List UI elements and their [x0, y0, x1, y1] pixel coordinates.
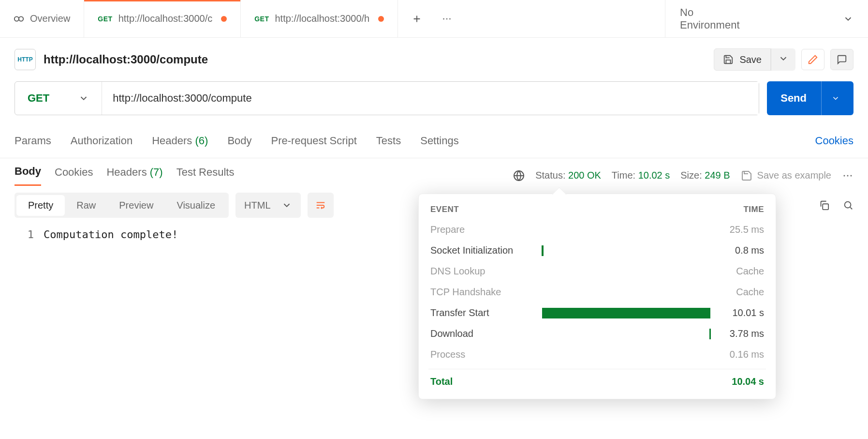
- url-input[interactable]: [102, 82, 759, 115]
- timing-bar-cell: [542, 349, 711, 360]
- save-icon: [741, 170, 752, 182]
- tab-overview[interactable]: Overview: [0, 0, 84, 37]
- svg-point-0: [15, 16, 19, 21]
- http-badge-icon: HTTP: [15, 49, 36, 70]
- response-tab-headers[interactable]: Headers (7): [106, 166, 162, 185]
- binoculars-icon: [14, 14, 24, 24]
- timing-event-name: Process: [430, 349, 542, 360]
- environment-selector[interactable]: No Environment: [665, 0, 868, 37]
- tab-prerequest[interactable]: Pre-request Script: [271, 135, 357, 147]
- comment-icon: [837, 54, 847, 65]
- copy-icon[interactable]: [819, 200, 829, 211]
- timing-event-value: 3.78 ms: [711, 328, 764, 339]
- size-label: Size:: [680, 170, 702, 181]
- tab-request-2[interactable]: GET http://localhost:3000/h: [241, 0, 398, 37]
- timing-total-value: 10.04 s: [732, 376, 764, 387]
- timing-bar: [542, 245, 544, 256]
- timing-event-name: TCP Handshake: [430, 287, 542, 298]
- svg-point-7: [847, 175, 849, 176]
- view-raw[interactable]: Raw: [65, 195, 107, 216]
- wrap-toggle[interactable]: [308, 193, 334, 218]
- timing-event-value: 25.5 ms: [711, 224, 764, 235]
- comments-button[interactable]: [830, 49, 853, 70]
- new-tab-icon[interactable]: [412, 14, 422, 24]
- globe-icon[interactable]: [513, 170, 525, 182]
- response-tab-cookies[interactable]: Cookies: [55, 166, 93, 185]
- svg-point-6: [844, 175, 845, 176]
- status-value: 200 OK: [568, 170, 601, 181]
- search-icon[interactable]: [843, 200, 853, 211]
- time-label: Time:: [612, 170, 635, 181]
- url-bar: GET: [15, 81, 759, 115]
- timing-row: Transfer Start10.01 s: [428, 303, 766, 323]
- timing-row: Process0.16 ms: [428, 344, 766, 365]
- tab-headers-count: (6): [195, 135, 208, 147]
- environment-label: No Environment: [680, 6, 756, 31]
- send-label: Send: [780, 92, 807, 105]
- timing-col-event: EVENT: [430, 205, 459, 214]
- timing-event-value: Cache: [711, 287, 764, 298]
- tab-settings[interactable]: Settings: [420, 135, 459, 147]
- method-value: GET: [28, 92, 49, 105]
- request-tabs: Params Authorization Headers (6) Body Pr…: [0, 124, 868, 158]
- tab-request-1[interactable]: GET http://localhost:3000/c: [84, 0, 241, 37]
- time-value: 10.02 s: [638, 170, 670, 181]
- timing-event-value: 0.8 ms: [711, 245, 764, 256]
- svg-point-1: [19, 16, 23, 21]
- format-value: HTML: [244, 200, 270, 211]
- request-title: http://localhost:3000/compute: [44, 53, 208, 66]
- timing-bar-cell: [542, 329, 711, 339]
- tab-method-1: GET: [98, 15, 112, 23]
- unsaved-dot-icon: [221, 16, 227, 22]
- timing-bar-cell: [542, 266, 711, 277]
- size-display[interactable]: Size: 249 B: [680, 170, 730, 181]
- tab-headers[interactable]: Headers (6): [152, 135, 208, 147]
- timing-bar: [542, 308, 710, 318]
- more-icon[interactable]: [842, 170, 853, 182]
- line-text: Computation complete!: [44, 228, 178, 241]
- tab-bar: Overview GET http://localhost:3000/c GET…: [0, 0, 868, 38]
- method-selector[interactable]: GET: [15, 82, 102, 115]
- save-button[interactable]: Save: [714, 48, 771, 71]
- tab-label-1: http://localhost:3000/c: [118, 13, 213, 24]
- response-tab-testresults[interactable]: Test Results: [177, 166, 235, 185]
- send-button[interactable]: Send: [767, 81, 853, 115]
- timing-event-name: Download: [430, 328, 542, 339]
- tab-tests[interactable]: Tests: [376, 135, 401, 147]
- timing-event-name: Socket Initialization: [430, 245, 542, 256]
- time-display[interactable]: Time: 10.02 s: [612, 170, 670, 181]
- tab-headers-label: Headers: [152, 135, 192, 147]
- timing-row: TCP HandshakeCache: [428, 282, 766, 303]
- timing-bar-cell: [542, 287, 711, 298]
- view-preview[interactable]: Preview: [107, 195, 165, 216]
- send-options[interactable]: [821, 81, 840, 115]
- timing-event-name: Prepare: [430, 224, 542, 235]
- response-header: Body Cookies Headers (7) Test Results St…: [0, 158, 868, 186]
- view-pretty[interactable]: Pretty: [16, 195, 65, 216]
- tab-label-2: http://localhost:3000/h: [275, 13, 370, 24]
- save-icon: [723, 54, 734, 65]
- format-selector[interactable]: HTML: [235, 193, 300, 218]
- tab-body[interactable]: Body: [227, 135, 251, 147]
- edit-button[interactable]: [801, 49, 824, 70]
- tab-authorization[interactable]: Authorization: [71, 135, 132, 147]
- more-tabs-icon[interactable]: [441, 14, 452, 24]
- tab-overview-label: Overview: [30, 13, 70, 24]
- svg-point-4: [449, 18, 451, 19]
- save-example-button[interactable]: Save as example: [741, 170, 831, 182]
- timing-bar: [709, 329, 711, 339]
- view-visualize[interactable]: Visualize: [165, 195, 227, 216]
- timing-row: Download3.78 ms: [428, 323, 766, 344]
- response-tab-body[interactable]: Body: [15, 165, 41, 186]
- status-display[interactable]: Status: 200 OK: [535, 170, 601, 181]
- svg-point-3: [446, 18, 448, 19]
- size-value: 249 B: [705, 170, 730, 181]
- cookies-link[interactable]: Cookies: [815, 135, 853, 147]
- response-tab-headers-count: (7): [150, 166, 163, 178]
- tab-method-2: GET: [254, 15, 269, 23]
- svg-point-8: [851, 175, 852, 176]
- view-mode-segment: Pretty Raw Preview Visualize: [15, 193, 229, 218]
- timing-bar-cell: [542, 225, 711, 235]
- tab-params[interactable]: Params: [15, 135, 51, 147]
- save-options-button[interactable]: [771, 48, 795, 71]
